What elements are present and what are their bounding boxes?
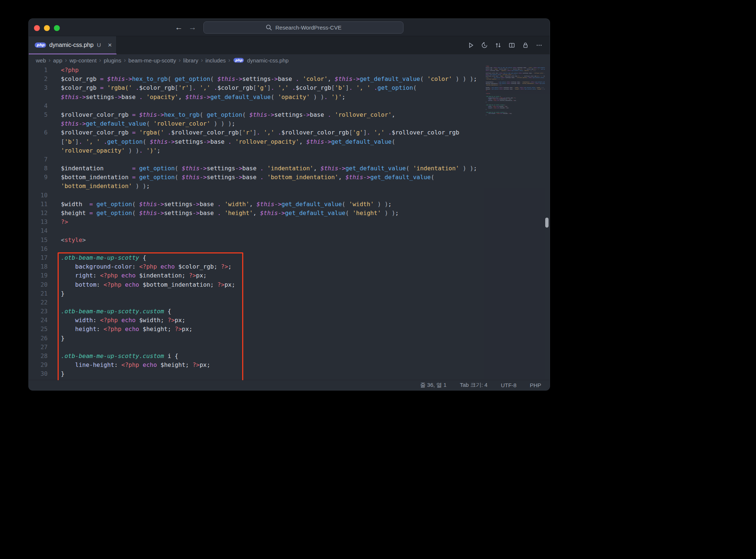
code-line[interactable]: 24 width: <?php echo $width; ?>px; xyxy=(29,316,483,325)
line-number[interactable] xyxy=(29,137,52,146)
line-number[interactable]: 16 xyxy=(29,245,52,253)
compare-changes-icon[interactable] xyxy=(495,42,502,49)
line-number[interactable]: 8 xyxy=(29,164,52,173)
zoom-window-button[interactable] xyxy=(54,25,60,31)
line-number[interactable]: 13 xyxy=(29,218,52,226)
code-line[interactable]: 1<?php xyxy=(29,66,483,75)
code-line[interactable]: 28.otb-beam-me-up-scotty.custom i { xyxy=(29,352,483,361)
line-number[interactable]: 10 xyxy=(29,191,52,200)
line-number[interactable]: 20 xyxy=(29,280,52,289)
code-line[interactable]: 25 height: <?php echo $height; ?>px; xyxy=(29,325,483,334)
line-number[interactable]: 24 xyxy=(29,316,52,325)
code-line[interactable]: ['b']. ', ' .get_option( $this->settings… xyxy=(29,137,483,146)
line-number[interactable]: 19 xyxy=(29,271,52,280)
code-line[interactable]: 'bottom_indentation' ) ); xyxy=(29,182,483,191)
code-line[interactable]: 4 xyxy=(29,102,483,110)
line-number[interactable]: 5 xyxy=(29,110,52,119)
line-number[interactable] xyxy=(29,119,52,128)
line-number[interactable]: 17 xyxy=(29,253,52,262)
code-line[interactable]: 18 background-color: <?php echo $color_r… xyxy=(29,262,483,271)
code-line[interactable]: 27 xyxy=(29,343,483,352)
line-number[interactable]: 6 xyxy=(29,128,52,137)
code-line[interactable]: 'rollover_opacity' ) ). ')'; xyxy=(29,146,483,155)
line-number[interactable]: 18 xyxy=(29,262,52,271)
history-icon[interactable] xyxy=(481,42,488,49)
line-number[interactable]: 21 xyxy=(29,289,52,298)
line-number[interactable]: 29 xyxy=(29,361,52,369)
code-line[interactable]: 14 xyxy=(29,226,483,235)
line-number[interactable]: 22 xyxy=(29,298,52,307)
code-line[interactable]: 5$rollover_color_rgb = $this->hex_to_rgb… xyxy=(29,110,483,119)
code-line[interactable]: 29 line-height: <?php echo $height; ?>px… xyxy=(29,361,483,369)
code-line[interactable]: 30} xyxy=(29,369,483,378)
breadcrumb-item-includes[interactable]: includes xyxy=(206,57,226,64)
line-number[interactable]: 7 xyxy=(29,155,52,164)
code-line[interactable]: 7 xyxy=(29,155,483,164)
status-tab-size[interactable]: Tab 크기: 4 xyxy=(460,382,488,389)
line-number[interactable]: 14 xyxy=(29,226,52,235)
code-line[interactable]: 3$color_rgb = 'rgba(' .$color_rgb['r']. … xyxy=(29,83,483,92)
tab-dynamic-css-php[interactable]: php dynamic-css.php U × xyxy=(29,36,117,54)
minimap[interactable]: <?php$color_rgb = $this->hex_to_rgb( get… xyxy=(484,66,545,380)
line-number[interactable]: 26 xyxy=(29,334,52,343)
code-line[interactable]: 19 right: <?php echo $indentation; ?>px; xyxy=(29,271,483,280)
close-window-button[interactable] xyxy=(34,25,40,31)
editor-pane[interactable]: 1<?php2$color_rgb = $this->hex_to_rgb( g… xyxy=(29,66,550,380)
line-number[interactable]: 9 xyxy=(29,173,52,182)
status-language[interactable]: PHP xyxy=(530,382,541,388)
line-number[interactable]: 15 xyxy=(29,236,52,245)
code-line[interactable]: 22 xyxy=(29,298,483,307)
line-number[interactable]: 11 xyxy=(29,200,52,209)
breadcrumb-item-library[interactable]: library xyxy=(183,57,198,64)
tab-close-icon[interactable]: × xyxy=(108,41,112,48)
line-number[interactable]: 1 xyxy=(29,66,52,75)
code-line[interactable]: 8$indentation = get_option( $this->setti… xyxy=(29,164,483,173)
line-number[interactable]: 3 xyxy=(29,83,52,92)
breadcrumb-item-web[interactable]: web xyxy=(36,57,46,64)
line-number[interactable]: 2 xyxy=(29,75,52,83)
code-line[interactable]: 20 bottom: <?php echo $bottom_indentatio… xyxy=(29,280,483,289)
command-center-search[interactable]: Research-WordPress-CVE xyxy=(203,21,403,34)
code-line[interactable]: 15<style> xyxy=(29,236,483,245)
run-icon[interactable] xyxy=(467,42,474,49)
line-number[interactable]: 12 xyxy=(29,209,52,218)
minimize-window-button[interactable] xyxy=(44,25,50,31)
code-line[interactable]: 12$height = get_option( $this->settings-… xyxy=(29,209,483,218)
lock-icon[interactable] xyxy=(522,42,529,49)
code-area[interactable]: 1<?php2$color_rgb = $this->hex_to_rgb( g… xyxy=(29,66,483,379)
line-number[interactable]: 30 xyxy=(29,369,52,378)
status-cursor-position[interactable]: 줄 36, 열 1 xyxy=(420,382,447,389)
line-number[interactable] xyxy=(29,182,52,191)
code-line[interactable]: 13?> xyxy=(29,218,483,226)
breadcrumb-item-wp-content[interactable]: wp-content xyxy=(69,57,96,64)
code-line[interactable]: 16 xyxy=(29,245,483,253)
code-line[interactable]: 26} xyxy=(29,334,483,343)
line-number[interactable]: 27 xyxy=(29,343,52,352)
code-line[interactable]: 6$rollover_color_rgb = 'rgba(' .$rollove… xyxy=(29,128,483,137)
code-line[interactable]: 2$color_rgb = $this->hex_to_rgb( get_opt… xyxy=(29,75,483,83)
line-number[interactable]: 28 xyxy=(29,352,52,361)
code-line[interactable]: 17.otb-beam-me-up-scotty { xyxy=(29,253,483,262)
forward-icon[interactable]: → xyxy=(189,23,196,32)
code-line[interactable]: $this->settings->base . 'opacity', $this… xyxy=(29,93,483,102)
scrollbar-thumb[interactable] xyxy=(545,218,549,228)
code-line[interactable]: 21} xyxy=(29,289,483,298)
code-line[interactable]: 10 xyxy=(29,191,483,200)
split-editor-icon[interactable] xyxy=(508,42,515,49)
back-icon[interactable]: ← xyxy=(175,23,183,32)
breadcrumb-item-dynamic-css.php[interactable]: dynamic-css.php xyxy=(247,57,289,64)
line-number[interactable]: 23 xyxy=(29,307,52,316)
code-line[interactable]: $this->get_default_value( 'rollover_colo… xyxy=(29,119,483,128)
breadcrumb-item-beam-me-up-scotty[interactable]: beam-me-up-scotty xyxy=(128,57,176,64)
code-line[interactable]: 23.otb-beam-me-up-scotty.custom { xyxy=(29,307,483,316)
breadcrumb-item-app[interactable]: app xyxy=(53,57,62,64)
code-line[interactable]: 11$width = get_option( $this->settings->… xyxy=(29,200,483,209)
code-line[interactable]: 9$bottom_indentation = get_option( $this… xyxy=(29,173,483,182)
line-number[interactable] xyxy=(29,93,52,102)
line-number[interactable]: 4 xyxy=(29,102,52,110)
more-actions-icon[interactable] xyxy=(536,42,543,49)
line-number[interactable] xyxy=(29,146,52,155)
line-number[interactable]: 25 xyxy=(29,325,52,334)
breadcrumb-item-plugins[interactable]: plugins xyxy=(104,57,121,64)
status-encoding[interactable]: UTF-8 xyxy=(501,382,517,388)
